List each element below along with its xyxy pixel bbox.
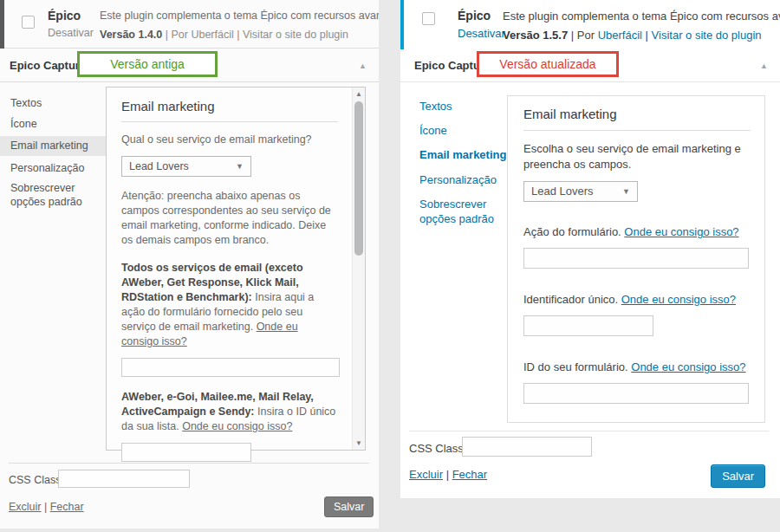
form-action-input[interactable] (523, 248, 749, 269)
sidebar-item-textos[interactable]: Textos (10, 96, 42, 110)
save-button[interactable]: Salvar (324, 496, 374, 517)
email-service-dropdown[interactable]: Lead Lovers ▼ (121, 156, 251, 177)
by-label: Por (172, 29, 188, 41)
footer-links: Excluir | Fechar (409, 468, 487, 481)
sidebar-item-icone[interactable]: Ícone (10, 117, 37, 131)
form-id-label: ID do seu formulário. Onde eu consigo is… (523, 360, 751, 375)
deactivate-link[interactable]: Desativar (458, 27, 505, 40)
section-heading: Email marketing (121, 99, 338, 122)
plugin-site-link[interactable]: Visitar o site do plugin (243, 29, 348, 41)
plugin-title: Épico (48, 9, 81, 23)
close-link[interactable]: Fechar (452, 468, 487, 481)
collapse-arrow-icon[interactable]: ▲ (760, 62, 768, 70)
separator: | (44, 501, 47, 513)
scrollbar[interactable]: ▲ ▼ (352, 88, 365, 450)
separator: | (237, 29, 239, 41)
active-plugin-bar (400, 0, 404, 49)
sidebar-item-personalizacao[interactable]: Personalização (10, 161, 84, 175)
email-service-dropdown[interactable]: Lead Lovers ▼ (523, 181, 638, 202)
chevron-down-icon: ▼ (622, 182, 630, 201)
unique-id-input[interactable] (523, 315, 653, 336)
settings-panel: Email marketing Qual o seu serviço de em… (106, 87, 366, 451)
settings-panel-content: Email marketing Escolha o seu serviço de… (523, 107, 751, 404)
dropdown-value: Lead Lovers (531, 185, 594, 198)
plugin-version: Versão 1.4.0 (100, 29, 162, 41)
unique-id-text: Identificador único. (523, 293, 621, 306)
chevron-down-icon: ▼ (236, 157, 244, 176)
plugin-meta: Versão 1.4.0 | Por Uberfácil | Visitar o… (100, 29, 348, 41)
form-action-text: Ação do formulário. (523, 225, 624, 238)
author-link[interactable]: Uberfácil (191, 29, 233, 41)
annotation-new-version: Versão atualizada (477, 51, 619, 77)
unique-id-label: Identificador único. Onde eu consigo iss… (523, 292, 751, 308)
delete-link[interactable]: Excluir (9, 501, 42, 513)
author-link[interactable]: Uberfácil (598, 29, 642, 42)
scroll-down-icon[interactable]: ▼ (353, 439, 365, 447)
list-id-help-link[interactable]: Onde eu consigo isso? (182, 420, 292, 432)
old-version-panel: Épico Desativar Este plugin complementa … (0, 0, 379, 529)
settings-panel: Email marketing Escolha o seu serviço de… (507, 95, 765, 423)
settings-panel-content: Email marketing Qual o seu serviço de em… (121, 99, 338, 462)
sidebar-item-sobrescrever[interactable]: Sobrescrever opções padrão (419, 197, 506, 226)
sidebar-item-email-marketing[interactable]: Email marketing (10, 139, 88, 152)
form-action-input[interactable] (121, 358, 340, 377)
sidebar-item-textos[interactable]: Textos (419, 99, 452, 114)
plugin-checkbox[interactable] (22, 16, 35, 29)
new-version-panel: Épico Desativar Este plugin complementa … (400, 0, 780, 498)
plugin-checkbox[interactable] (422, 12, 435, 25)
by-label: Por (577, 29, 595, 42)
css-class-input[interactable] (462, 437, 592, 457)
scroll-up-icon[interactable]: ▲ (353, 90, 365, 98)
form-id-help-link[interactable]: Onde eu consigo isso? (631, 360, 745, 373)
deactivate-link[interactable]: Desativar (48, 27, 94, 39)
intro-text: Escolha o seu serviço de email marketing… (523, 141, 751, 172)
css-class-label: CSS Class: (409, 442, 466, 455)
plugin-row: Épico Desativar Este plugin complementa … (0, 0, 379, 49)
widget-title: Epico Capture (10, 59, 86, 72)
delete-link[interactable]: Excluir (409, 468, 443, 481)
service-question: Qual o seu serviço de email marketing? (121, 133, 338, 147)
section-heading: Email marketing (523, 107, 751, 131)
form-action-help: Todos os serviços de email (exceto AWebe… (121, 261, 338, 349)
separator: | (446, 468, 449, 481)
footer-links: Excluir | Fechar (9, 501, 84, 513)
plugin-title: Épico (458, 9, 491, 23)
sidebar-item-sobrescrever[interactable]: Sobrescrever opções padrão (10, 181, 107, 209)
sidebar-item-email-marketing[interactable]: Email marketing (419, 147, 506, 162)
css-class-label: CSS Class: (9, 474, 64, 486)
plugin-version: Versão 1.5.7 (503, 29, 568, 42)
form-id-input[interactable] (523, 383, 749, 404)
css-class-input[interactable] (58, 470, 190, 488)
form-id-text: ID do seu formulário. (523, 360, 631, 373)
separator: | (166, 29, 168, 41)
dropdown-value: Lead Lovers (129, 160, 189, 172)
plugin-description: Este plugin complementa o tema Épico com… (503, 10, 780, 23)
form-action-help-link[interactable]: Onde eu consigo isso? (624, 225, 738, 238)
close-link[interactable]: Fechar (50, 501, 84, 513)
list-id-input[interactable] (121, 443, 251, 462)
annotation-old-version: Versão antiga (77, 51, 218, 77)
sidebar-item-personalizacao[interactable]: Personalização (419, 172, 497, 187)
sidebar-item-icone[interactable]: Ícone (419, 123, 447, 138)
plugin-row-accent-bar (0, 0, 4, 49)
separator: | (571, 29, 574, 42)
separator: | (646, 29, 648, 42)
comparison-page: Épico Desativar Este plugin complementa … (0, 0, 780, 532)
plugin-description: Este plugin complementa o tema Épico com… (100, 10, 379, 22)
notice-text: Atenção: preencha abaixo apenas os campo… (121, 189, 338, 248)
plugin-meta: Versão 1.5.7 | Por Uberfácil | Visitar o… (503, 29, 762, 42)
scrollbar-thumb[interactable] (354, 101, 363, 256)
save-button[interactable]: Salvar (711, 464, 765, 488)
plugin-site-link[interactable]: Visitar o site do plugin (652, 29, 762, 42)
list-id-help: AWeber, e-Goi, Mailee.me, Mail Relay, Ac… (121, 390, 338, 434)
unique-id-help-link[interactable]: Onde eu consigo isso? (621, 293, 736, 306)
footer-divider (409, 431, 769, 431)
form-action-label: Ação do formulário. Onde eu consigo isso… (523, 224, 751, 240)
collapse-arrow-icon[interactable]: ▲ (359, 62, 367, 70)
footer-divider (9, 463, 369, 464)
